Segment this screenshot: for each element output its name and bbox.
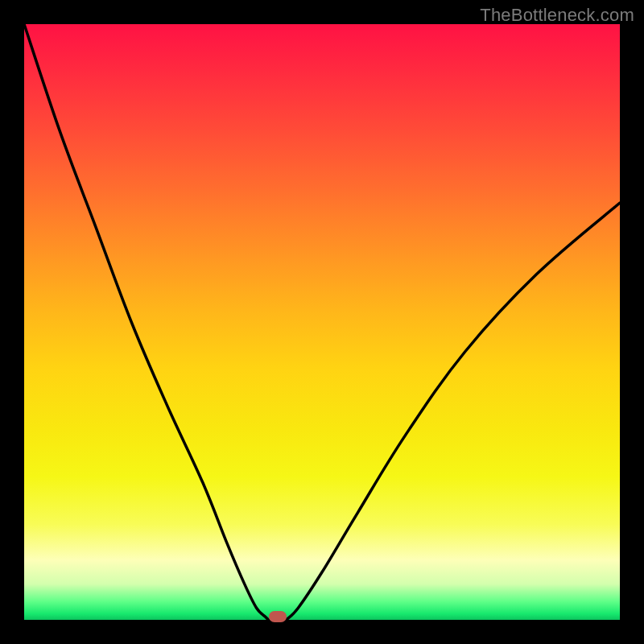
curve-left-branch bbox=[24, 24, 268, 620]
chart-container: TheBottleneck.com bbox=[0, 0, 644, 644]
bottleneck-marker bbox=[269, 611, 287, 622]
curve-right-branch bbox=[287, 203, 620, 620]
plot-area bbox=[24, 24, 620, 620]
curve-layer bbox=[24, 24, 620, 620]
watermark-text: TheBottleneck.com bbox=[480, 5, 634, 26]
